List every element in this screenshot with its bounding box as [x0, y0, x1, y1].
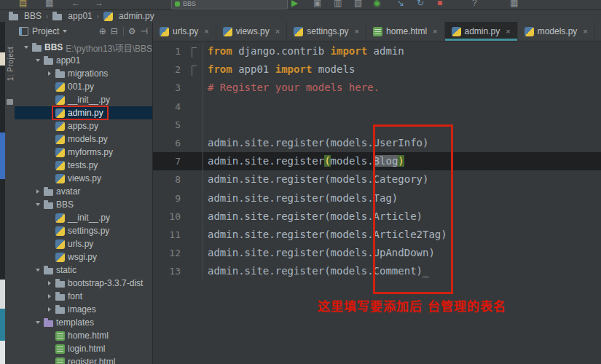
fold-marker-icon[interactable]: [192, 47, 197, 58]
close-icon[interactable]: ×: [433, 27, 437, 36]
tree-item-templates[interactable]: templates: [15, 316, 152, 329]
code-line-2[interactable]: 2from app01 import models: [153, 60, 601, 79]
hide-panel-icon[interactable]: ⊣: [141, 27, 148, 36]
tree-item-BBS[interactable]: BBSE:\python13\项目\BBS: [15, 41, 152, 54]
run-icon[interactable]: ▶: [291, 0, 298, 9]
project-panel-title[interactable]: Project: [32, 26, 59, 36]
attach-icon[interactable]: ↘: [397, 0, 404, 9]
forward-arrow-icon[interactable]: →: [95, 0, 103, 9]
tree-item-home-html[interactable]: home.html: [15, 329, 152, 342]
line-number[interactable]: 8: [153, 170, 203, 189]
line-number[interactable]: 1: [153, 42, 203, 60]
line-number[interactable]: 12: [153, 244, 203, 262]
tree-item-__init__-py[interactable]: __init__.py: [15, 93, 152, 106]
tree-item-settings-py[interactable]: settings.py: [15, 224, 152, 237]
line-number[interactable]: 6: [153, 134, 203, 152]
tab-settings-py[interactable]: settings.py×: [287, 22, 366, 41]
line-number[interactable]: 2: [153, 60, 203, 79]
code-line-8[interactable]: 8admin.site.register(models.Category): [153, 170, 601, 189]
line-number[interactable]: 9: [153, 189, 203, 207]
fold-marker-icon[interactable]: [192, 66, 197, 76]
expand-arrow-icon[interactable]: [45, 281, 53, 285]
code-line-3[interactable]: 3# Register your models here.: [153, 79, 601, 97]
tree-item-font[interactable]: font: [15, 290, 152, 303]
tree-item-login-html[interactable]: login.html: [15, 342, 152, 355]
tree-item-avatar[interactable]: avatar: [15, 185, 152, 198]
tree-item-static[interactable]: static: [15, 264, 152, 277]
settings-grid-icon[interactable]: ▦: [45, 0, 53, 9]
chevron-down-icon[interactable]: [63, 30, 67, 33]
tree-item-migrations[interactable]: migrations: [15, 67, 152, 80]
project-tool-window-button[interactable]: 1: Project: [5, 47, 15, 81]
line-number[interactable]: 10: [153, 207, 203, 226]
tab-urls-py[interactable]: urls.py×: [153, 22, 216, 41]
breadcrumb-item-admin-py[interactable]: admin.py: [103, 11, 154, 21]
close-icon[interactable]: ×: [506, 27, 510, 36]
code-line-13[interactable]: 13admin.site.register(models.Comment)_: [153, 262, 601, 280]
code-line-4[interactable]: 4: [153, 98, 601, 116]
code-line-6[interactable]: 6admin.site.register(models.UserInfo): [153, 134, 601, 152]
expand-arrow-icon[interactable]: [34, 59, 42, 62]
code-line-10[interactable]: 10admin.site.register(models.Article): [153, 207, 601, 226]
close-icon[interactable]: ×: [204, 27, 208, 36]
code-line-11[interactable]: 11admin.site.register(models.Article2Tag…: [153, 226, 601, 244]
expand-arrow-icon[interactable]: [45, 307, 53, 312]
collapse-all-icon[interactable]: ⊟: [111, 27, 118, 36]
breadcrumb-item-BBS[interactable]: BBS: [9, 11, 42, 21]
gear-icon[interactable]: ⚙: [128, 27, 136, 36]
code-line-7[interactable]: 7admin.site.register(models.Blog): [153, 152, 601, 170]
tree-item-images[interactable]: images: [15, 303, 152, 316]
tab-home-html[interactable]: home.html×: [366, 22, 444, 41]
tree-item-apps-py[interactable]: apps.py: [15, 119, 152, 132]
line-number[interactable]: 11: [153, 226, 203, 244]
expand-arrow-icon[interactable]: [45, 294, 53, 298]
coverage-icon[interactable]: ▥: [334, 0, 342, 9]
line-number[interactable]: 13: [153, 262, 203, 280]
help-icon[interactable]: ?: [472, 0, 477, 9]
close-icon[interactable]: ×: [583, 27, 587, 36]
tree-item-001-py[interactable]: 001.py: [15, 80, 152, 93]
tree-item-views-py[interactable]: views.py: [15, 172, 152, 185]
tree-item-myforms-py[interactable]: myforms.py: [15, 146, 152, 159]
tab-views-py[interactable]: views.py×: [216, 22, 287, 41]
line-number[interactable]: 4: [153, 98, 203, 116]
breadcrumb-item-app01[interactable]: app01: [52, 11, 92, 21]
tree-item-BBS[interactable]: BBS: [15, 198, 152, 211]
line-number[interactable]: 3: [153, 79, 203, 97]
locate-icon[interactable]: ⊕: [99, 27, 106, 36]
tree-item-admin-py[interactable]: admin.py: [15, 106, 152, 119]
tree-item-urls-py[interactable]: urls.py: [15, 237, 152, 250]
back-arrow-icon[interactable]: ←: [71, 0, 80, 9]
tab-admin-py[interactable]: admin.py×: [445, 22, 518, 41]
expand-arrow-icon[interactable]: [34, 203, 42, 206]
code-line-1[interactable]: 1from django.contrib import admin: [153, 42, 601, 60]
debug-bug-icon[interactable]: ◉: [373, 0, 380, 9]
structure-icon[interactable]: ▦: [510, 0, 518, 9]
line-number[interactable]: 5: [153, 116, 203, 134]
close-icon[interactable]: ×: [275, 27, 280, 36]
line-number[interactable]: 7: [153, 152, 203, 170]
profile-icon[interactable]: ▣: [313, 0, 321, 9]
expand-arrow-icon[interactable]: [22, 46, 30, 49]
code-line-12[interactable]: 12admin.site.register(models.UpAndDown): [153, 244, 601, 262]
code-line-5[interactable]: 5: [153, 116, 601, 134]
tree-item-app01[interactable]: app01: [15, 54, 152, 67]
tree-item-bootstrap-3-3-7-dist[interactable]: bootstrap-3.3.7-dist: [15, 277, 152, 290]
tree-item-wsgi-py[interactable]: wsgi.py: [15, 250, 152, 264]
tree-item-register-html[interactable]: register.html: [15, 355, 152, 364]
open-folder-icon[interactable]: ▤: [19, 0, 27, 9]
close-icon[interactable]: ×: [355, 27, 359, 36]
concurrency-icon[interactable]: ▧: [354, 0, 362, 9]
tree-item-models-py[interactable]: models.py: [15, 132, 152, 146]
stop-icon[interactable]: ■: [437, 0, 442, 9]
code-line-9[interactable]: 9admin.site.register(models.Tag): [153, 189, 601, 207]
run-configuration-select[interactable]: BBS: [171, 0, 288, 9]
tree-item-__init__-py[interactable]: __init__.py: [15, 211, 152, 224]
rerun-icon[interactable]: ↻: [417, 0, 424, 9]
expand-arrow-icon[interactable]: [34, 269, 42, 272]
tab-models-py[interactable]: models.py×: [518, 22, 595, 41]
expand-arrow-icon[interactable]: [34, 189, 42, 194]
tree-item-tests-py[interactable]: tests.py: [15, 159, 152, 172]
code-editor[interactable]: 这里填写要添加后 台管理的表名 1from django.contrib imp…: [153, 41, 601, 364]
expand-arrow-icon[interactable]: [34, 321, 42, 324]
